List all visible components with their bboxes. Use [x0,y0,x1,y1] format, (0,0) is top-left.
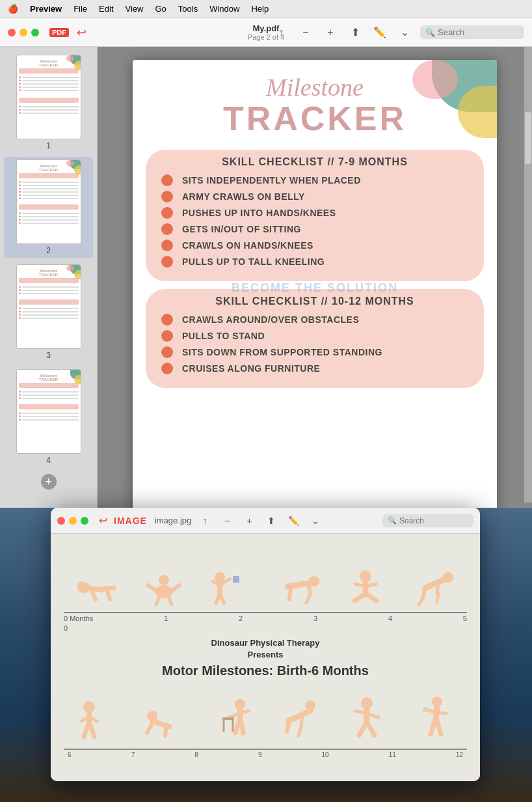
thumb-label-3: 3 [46,351,51,360]
svg-line-22 [306,594,310,603]
page-thumbnail-3[interactable]: MilestoneTRACKER 3 [4,262,93,363]
image-close-button[interactable] [57,517,65,525]
img-toolbar-icons: ↑ − + ⬆ ✏️ ⌄ [196,512,324,529]
svg-line-3 [102,588,114,588]
img-markup-icon[interactable]: ✏️ [285,512,302,529]
thumb-image-3: MilestoneTRACKER [16,264,81,349]
thumb-label-2: 2 [46,246,51,255]
svg-rect-51 [222,717,234,720]
company-name: Dinosaur Physical TherapyPresents [211,637,320,661]
menu-tools[interactable]: Tools [178,4,198,14]
search-input[interactable] [438,27,516,37]
month-label-5: 5 [463,615,467,622]
svg-line-57 [288,711,310,721]
search-box[interactable]: 🔍 [420,25,524,39]
menu-window[interactable]: Window [209,4,239,14]
page-thumbnail-1[interactable]: MilestoneTRACKER 1 [4,52,93,153]
baby-figures-row-2 [64,682,467,747]
svg-point-71 [423,707,428,712]
share-icon[interactable]: ⬆ [346,23,364,42]
img-zoom-in-icon[interactable]: + [241,512,258,529]
baby-figures-row-1 [64,544,467,609]
svg-line-9 [173,585,180,590]
image-window-controls [57,517,88,525]
svg-point-7 [155,585,173,598]
filename: My.pdf [253,23,280,33]
menu-view[interactable]: View [126,4,144,14]
checklist-item-4: CRAWLS ON HANDS/KNEES [161,240,468,251]
img-search-box[interactable]: 🔍 [382,514,473,527]
zoom-in-icon[interactable]: + [321,23,339,42]
checklist-item-2: PUSHES UP INTO HANDS/KNEES [161,207,468,219]
svg-line-65 [359,724,366,736]
img-markup-chevron[interactable]: ⌄ [307,512,324,529]
bottom-label-7: 7 [131,751,135,758]
svg-line-59 [287,721,289,732]
baby-figure-1 [76,567,118,609]
thumb-label-4: 4 [46,456,51,465]
markup-icon[interactable]: ✏️ [371,23,389,42]
item-text-2: PUSHES UP INTO HANDS/KNEES [182,208,336,218]
img-share-icon[interactable]: ⬆ [263,512,280,529]
timeline-section-1: 0 Months 1 2 3 4 5 0 [64,544,467,632]
axis-zero: 0 [64,624,467,632]
bullet-s2-1 [161,330,173,342]
month-label-2: 2 [239,615,243,622]
motor-baby-5 [345,695,387,747]
search-icon: 🔍 [425,28,435,37]
image-minimize-button[interactable] [69,517,77,525]
image-maximize-button[interactable] [81,517,88,525]
markup-chevron[interactable]: ⌄ [395,23,414,42]
bullet-2 [161,207,173,219]
minimize-button[interactable] [20,29,27,36]
svg-line-5 [107,591,110,600]
motor-baby-4 [278,695,320,747]
thumb-image-1: MilestoneTRACKER [16,55,81,139]
svg-line-60 [299,726,301,736]
motor-baby-2 [143,695,185,747]
page-thumbnail-2[interactable]: MilestoneTRACKER [4,157,93,258]
svg-line-31 [425,580,443,588]
item-text-4: CRAWLS ON HANDS/KNEES [182,240,313,251]
bottom-axis: 6 7 8 9 10 11 12 [64,749,467,758]
baby-figure-3 [211,567,253,609]
motor-baby-1 [76,695,118,747]
bottom-label-8: 8 [194,751,198,758]
maximize-button[interactable] [31,29,39,36]
checklist-section-7-9: SKILL CHECKLIST // 7-9 MONTHS SITS INDEP… [146,150,484,281]
axis-line-1 [64,612,467,613]
thumb-image-4: MilestoneTRACKER [16,369,81,454]
bullet-4 [161,240,173,251]
pdf-badge: PDF [49,28,69,37]
menu-help[interactable]: Help [251,4,269,14]
item-text-s2-1: PULLS TO STAND [182,331,265,341]
page-view: BECOME THE SOLUTION Milestone TRACKER SK… [98,47,532,508]
image-filename: image.jpg [155,516,191,525]
item-text-s2-2: SITS DOWN FROM SUPPORTED STANDING [182,347,382,357]
motor-baby-6 [412,695,455,747]
menu-go[interactable]: Go [155,4,166,14]
baby-figure-6 [412,567,455,609]
page-thumbnail-4[interactable]: MilestoneTRACKER 4 [4,366,93,467]
img-search-input[interactable] [399,516,464,525]
menu-edit[interactable]: Edit [99,4,113,14]
zoom-out-icon[interactable]: − [297,23,315,42]
svg-line-11 [168,597,172,605]
add-page-button[interactable]: + [41,474,57,490]
image-window: ↩ IMAGE image.jpg ↑ − + ⬆ ✏️ ⌄ 🔍 [51,508,480,781]
apple-menu[interactable]: 🍎 [8,4,18,14]
img-find-icon[interactable]: ↑ [196,512,213,529]
preview-window: PDF ↩ My.pdf Page 2 of 4 ↑ − + ⬆ ✏️ ⌄ 🔍 [0,18,532,508]
close-button[interactable] [8,29,16,36]
svg-line-54 [235,723,239,733]
pdf-page: BECOME THE SOLUTION Milestone TRACKER SK… [133,60,497,508]
window-controls [8,29,39,36]
img-search-icon: 🔍 [388,516,397,525]
menubar: 🍎 Preview File Edit View Go Tools Window… [0,0,532,18]
svg-line-66 [368,724,375,736]
menu-file[interactable]: File [73,4,87,14]
img-zoom-out-icon[interactable]: − [219,512,235,529]
checklist-item-s2-0: CRAWLS AROUND/OVER OBSTACLES [161,314,468,325]
menu-preview[interactable]: Preview [30,4,62,14]
sidebar: MilestoneTRACKER 1 [0,47,98,508]
